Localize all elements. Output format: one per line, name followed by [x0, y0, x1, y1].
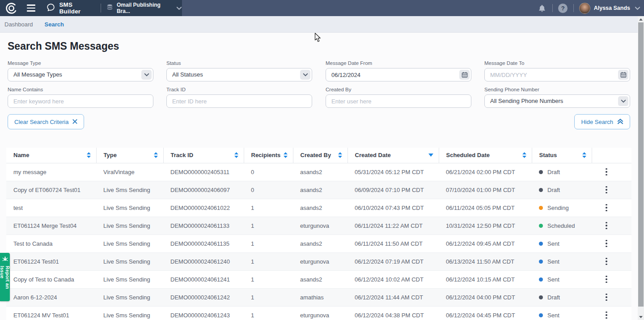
- cell-type: Live Sms Sending: [96, 235, 163, 252]
- column-header-recipients[interactable]: Recipients: [244, 148, 293, 163]
- hide-search-button[interactable]: Hide Search: [574, 114, 630, 129]
- table-row[interactable]: my messageViralVintageDEMO00000024053110…: [6, 163, 631, 181]
- column-header-status[interactable]: Status: [532, 148, 592, 163]
- table-body: my messageViralVintageDEMO00000024053110…: [6, 163, 631, 320]
- cell-scheduled-date: 06/12/2024 09:45 AM CDT: [439, 235, 532, 252]
- calendar-icon[interactable]: [618, 70, 628, 80]
- cell-created-date: 06/09/2024 07:10 PM CDT: [347, 181, 439, 199]
- chevron-down-icon[interactable]: [618, 96, 628, 106]
- sort-icon: [87, 152, 91, 158]
- status-dot-icon: [539, 206, 543, 210]
- table-row[interactable]: Copy of ET060724 Test01Live Sms SendingD…: [6, 181, 631, 199]
- chat-bubble-icon: [46, 3, 55, 14]
- cell-recipients: 0: [244, 163, 293, 181]
- status-label: Sent: [547, 276, 559, 283]
- cell-track-id: DEMO0000024061133: [163, 217, 244, 235]
- cell-actions: [592, 217, 631, 235]
- cell-created-by: asands2: [293, 199, 347, 217]
- column-header-created-date[interactable]: Created Date: [347, 148, 439, 163]
- table-row[interactable]: ET061224 MV Test01Live Sms SendingDEMO00…: [6, 306, 631, 320]
- cell-track-id: DEMO0000024061243: [163, 306, 244, 320]
- row-actions-kebab-menu-icon[interactable]: [602, 184, 611, 196]
- cell-name: Aaron 6-12-2024: [6, 288, 96, 306]
- cell-recipients: 0: [244, 181, 293, 199]
- cell-type: Live Sms Sending: [96, 270, 163, 288]
- row-actions-kebab-menu-icon[interactable]: [602, 220, 611, 231]
- tab-dashboard[interactable]: Dashboard: [4, 21, 33, 28]
- page-title: Search SMS Messages: [8, 40, 119, 52]
- name-contains-input[interactable]: [8, 95, 153, 107]
- cell-actions: [592, 235, 631, 252]
- status-select[interactable]: All Statuses: [166, 68, 312, 81]
- status-label: Sent: [547, 258, 559, 265]
- breadcrumb: Dashboard Search: [0, 16, 644, 33]
- cell-actions: [592, 163, 631, 181]
- cell-created-date: 06/12/2024 07:19 AM CDT: [347, 252, 439, 270]
- row-actions-kebab-menu-icon[interactable]: [602, 310, 611, 320]
- cell-track-id: DEMO0000024061022: [163, 199, 244, 217]
- row-actions-kebab-menu-icon[interactable]: [602, 274, 611, 285]
- row-actions-kebab-menu-icon[interactable]: [602, 166, 611, 178]
- close-icon: [72, 119, 77, 125]
- table-row[interactable]: ET061224 Test01Live Sms SendingDEMO00000…: [6, 252, 631, 270]
- double-chevron-up-icon: [617, 118, 623, 126]
- created-by-input[interactable]: [326, 95, 471, 107]
- user-menu-chevron-down-icon[interactable]: [635, 4, 640, 12]
- table-row[interactable]: testLive Sms SendingDEMO00000240610221as…: [6, 199, 631, 217]
- column-header-name[interactable]: Name: [6, 148, 96, 163]
- cell-name: ET061124 Merge Test04: [6, 217, 96, 235]
- sending-phone-number-field: Sending Phone Number All Sending Phone N…: [484, 87, 630, 108]
- cell-status: Draft: [532, 181, 592, 199]
- report-an-issue-tab[interactable]: Report an Issue: [0, 253, 10, 301]
- column-header-scheduled-date[interactable]: Scheduled Date: [439, 148, 532, 163]
- cell-created-by: asands2: [293, 235, 347, 252]
- cell-status: Scheduled: [532, 217, 592, 235]
- status-dot-icon: [539, 260, 543, 264]
- created-by-label: Created By: [326, 87, 471, 92]
- sort-icon: [234, 152, 238, 158]
- cell-created-by: eturgunova: [293, 217, 347, 235]
- cell-created-by: amathias: [293, 288, 347, 306]
- sort-icon: [522, 152, 526, 158]
- clear-search-criteria-button[interactable]: Clear Search Criteria: [8, 114, 84, 129]
- table-row[interactable]: ET061124 Merge Test04Live Sms SendingDEM…: [6, 217, 631, 235]
- table-row[interactable]: Aaron 6-12-2024Live Sms SendingDEMO00000…: [6, 288, 631, 306]
- column-header-created-by[interactable]: Created By: [293, 148, 347, 163]
- vertical-scrollbar[interactable]: [638, 16, 644, 320]
- row-actions-kebab-menu-icon[interactable]: [602, 292, 611, 303]
- table-row[interactable]: Copy of Test to CanadaLive Sms SendingDE…: [6, 270, 631, 288]
- user-avatar[interactable]: [579, 3, 590, 14]
- cell-scheduled-date: 06/21/2024 02:00 PM CDT: [439, 163, 532, 181]
- table-row[interactable]: Test to CanadaLive Sms SendingDEMO000002…: [6, 235, 631, 252]
- scrollbar-down-arrow[interactable]: [638, 314, 644, 320]
- track-id-input[interactable]: [167, 95, 312, 107]
- cell-name: Copy of Test to Canada: [6, 270, 96, 288]
- message-date-to-input[interactable]: [485, 68, 630, 81]
- scrollbar-up-arrow[interactable]: [638, 16, 644, 22]
- track-id-label: Track ID: [166, 87, 312, 92]
- chevron-down-icon[interactable]: [141, 70, 152, 80]
- user-name: Alyssa Sands: [594, 5, 630, 11]
- column-header-track-id[interactable]: Track ID: [163, 148, 244, 163]
- message-date-from-input[interactable]: [326, 68, 471, 81]
- cell-actions: [592, 270, 631, 288]
- scrollbar-thumb[interactable]: [638, 22, 644, 307]
- company-logo-icon[interactable]: [0, 2, 23, 15]
- message-date-from-label: Message Date From: [326, 60, 471, 66]
- menu-hamburger-icon[interactable]: [23, 4, 40, 12]
- message-type-select[interactable]: All Message Types: [8, 68, 153, 81]
- app-window: SMS Builder Omail Publishing Bra...: [0, 0, 644, 320]
- row-actions-kebab-menu-icon[interactable]: [602, 256, 611, 267]
- brand-selector-dropdown[interactable]: Omail Publishing Bra...: [106, 2, 182, 14]
- calendar-icon[interactable]: [459, 70, 470, 80]
- help-icon[interactable]: ?: [555, 0, 571, 16]
- navbar-left-section: SMS Builder Omail Publishing Bra...: [0, 0, 182, 16]
- row-actions-kebab-menu-icon[interactable]: [602, 238, 611, 249]
- notifications-bell-icon[interactable]: [534, 0, 550, 16]
- cell-created-date: 05/31/2024 05:12 PM CDT: [347, 163, 439, 181]
- column-header-type[interactable]: Type: [96, 148, 163, 163]
- row-actions-kebab-menu-icon[interactable]: [602, 202, 611, 213]
- tab-search[interactable]: Search: [45, 21, 64, 28]
- sending-phone-number-select[interactable]: All Sending Phone Numbers: [484, 94, 630, 108]
- chevron-down-icon[interactable]: [300, 70, 310, 80]
